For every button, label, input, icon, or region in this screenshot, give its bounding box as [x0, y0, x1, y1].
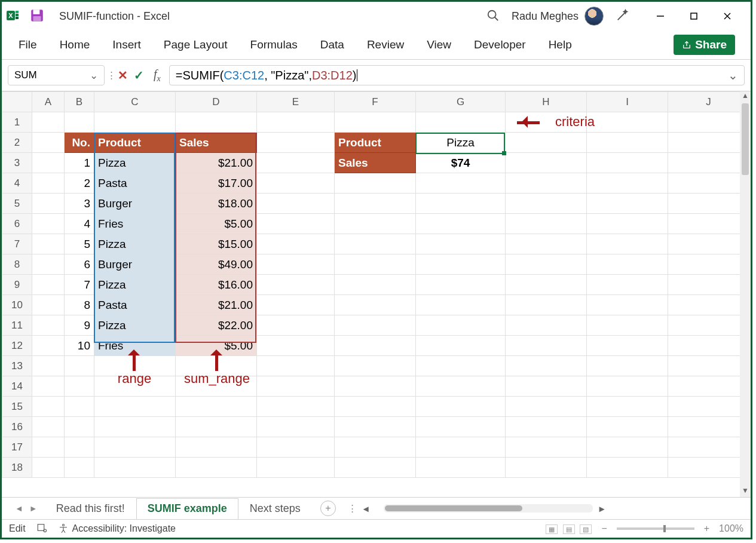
cell-H3[interactable]: [506, 153, 587, 173]
add-sheet-button[interactable]: +: [320, 501, 336, 516]
cell-C7[interactable]: Pizza: [94, 234, 176, 254]
cell-F2[interactable]: Product: [335, 133, 416, 153]
column-header-F[interactable]: F: [335, 92, 416, 112]
cell-E18[interactable]: [257, 458, 335, 478]
cell-E1[interactable]: [257, 112, 335, 133]
sheet-tab-0[interactable]: Read this first!: [45, 498, 136, 519]
cell-A10[interactable]: [32, 295, 65, 315]
column-header-G[interactable]: G: [416, 92, 506, 112]
cell-C16[interactable]: [94, 417, 176, 437]
cell-G18[interactable]: [416, 458, 506, 478]
user-account[interactable]: Radu Meghes: [512, 7, 604, 26]
cell-E6[interactable]: [257, 214, 335, 234]
row-header-4[interactable]: 4: [2, 173, 32, 194]
cell-C14[interactable]: [94, 376, 176, 397]
cell-J6[interactable]: [668, 214, 749, 234]
cell-B13[interactable]: [65, 356, 94, 376]
cell-J11[interactable]: [668, 315, 749, 336]
row-header-8[interactable]: 8: [2, 254, 32, 275]
cell-G7[interactable]: [416, 234, 506, 254]
normal-view-icon[interactable]: ▦: [546, 524, 558, 534]
cell-D12[interactable]: $5.00: [176, 336, 257, 356]
cell-C18[interactable]: [94, 458, 176, 478]
cell-I6[interactable]: [587, 214, 668, 234]
cancel-formula-button[interactable]: ✕: [118, 68, 128, 82]
cell-F13[interactable]: [335, 356, 416, 376]
zoom-slider[interactable]: [617, 527, 694, 530]
cell-H17[interactable]: [506, 437, 587, 458]
tab-home[interactable]: Home: [59, 35, 91, 55]
sheet-options-icon[interactable]: ⋮: [348, 503, 357, 514]
cell-G4[interactable]: [416, 173, 506, 194]
cell-I7[interactable]: [587, 234, 668, 254]
cell-H4[interactable]: [506, 173, 587, 194]
cell-F4[interactable]: [335, 173, 416, 194]
column-header-C[interactable]: C: [94, 92, 176, 112]
cell-A8[interactable]: [32, 254, 65, 275]
cell-J9[interactable]: [668, 275, 749, 295]
sheet-tab-2[interactable]: Next steps: [238, 498, 312, 519]
cell-H10[interactable]: [506, 295, 587, 315]
cell-F5[interactable]: [335, 194, 416, 214]
cell-E17[interactable]: [257, 437, 335, 458]
spreadsheet-grid[interactable]: ABCDEFGHIJ12No.ProductSalesProductPizza3…: [2, 91, 751, 497]
cell-H8[interactable]: [506, 254, 587, 275]
cell-D8[interactable]: $49.00: [176, 254, 257, 275]
sheet-tab-1[interactable]: SUMIF example: [136, 498, 238, 520]
cell-H9[interactable]: [506, 275, 587, 295]
cell-B8[interactable]: 6: [65, 254, 94, 275]
tab-file[interactable]: File: [17, 35, 38, 55]
cell-A3[interactable]: [32, 153, 65, 173]
chevron-down-icon[interactable]: ⌄: [90, 69, 98, 82]
accept-formula-button[interactable]: ✓: [134, 68, 144, 82]
cell-G15[interactable]: [416, 397, 506, 417]
tab-insert[interactable]: Insert: [111, 35, 142, 55]
zoom-out-button[interactable]: −: [601, 523, 607, 534]
cell-H7[interactable]: [506, 234, 587, 254]
row-header-9[interactable]: 9: [2, 275, 32, 295]
cell-E3[interactable]: [257, 153, 335, 173]
tab-review[interactable]: Review: [366, 35, 405, 55]
row-header-3[interactable]: 3: [2, 153, 32, 173]
row-header-7[interactable]: 7: [2, 234, 32, 254]
cell-J16[interactable]: [668, 417, 749, 437]
zoom-in-button[interactable]: +: [704, 523, 709, 534]
cell-F12[interactable]: [335, 336, 416, 356]
cell-A12[interactable]: [32, 336, 65, 356]
sheet-prev-icon[interactable]: ◄: [15, 504, 23, 513]
cell-H16[interactable]: [506, 417, 587, 437]
zoom-level[interactable]: 100%: [719, 523, 743, 534]
cell-B10[interactable]: 8: [65, 295, 94, 315]
cell-C5[interactable]: Burger: [94, 194, 176, 214]
cell-D2[interactable]: Sales: [176, 133, 257, 153]
cell-C1[interactable]: [94, 112, 176, 133]
minimize-button[interactable]: [651, 7, 669, 25]
cell-F15[interactable]: [335, 397, 416, 417]
cell-H12[interactable]: [506, 336, 587, 356]
cell-A7[interactable]: [32, 234, 65, 254]
cell-I10[interactable]: [587, 295, 668, 315]
cell-E11[interactable]: [257, 315, 335, 336]
scroll-up-icon[interactable]: ▲: [742, 91, 749, 102]
cell-J18[interactable]: [668, 458, 749, 478]
cell-D7[interactable]: $15.00: [176, 234, 257, 254]
cell-J13[interactable]: [668, 356, 749, 376]
tab-developer[interactable]: Developer: [473, 35, 527, 55]
cell-C4[interactable]: Pasta: [94, 173, 176, 194]
cell-D10[interactable]: $21.00: [176, 295, 257, 315]
cell-H13[interactable]: [506, 356, 587, 376]
macro-record-icon[interactable]: [36, 522, 47, 535]
cell-I5[interactable]: [587, 194, 668, 214]
cell-H15[interactable]: [506, 397, 587, 417]
cell-I1[interactable]: [587, 112, 668, 133]
maximize-button[interactable]: [685, 7, 703, 25]
cell-B7[interactable]: 5: [65, 234, 94, 254]
magic-icon[interactable]: [616, 9, 629, 24]
cell-F1[interactable]: [335, 112, 416, 133]
scrollbar-thumb[interactable]: [742, 103, 749, 175]
cell-B12[interactable]: 10: [65, 336, 94, 356]
column-header-A[interactable]: A: [32, 92, 65, 112]
vertical-scrollbar[interactable]: ▲ ▼: [740, 91, 751, 497]
horizontal-scrollbar[interactable]: [384, 504, 593, 513]
cell-B15[interactable]: [65, 397, 94, 417]
